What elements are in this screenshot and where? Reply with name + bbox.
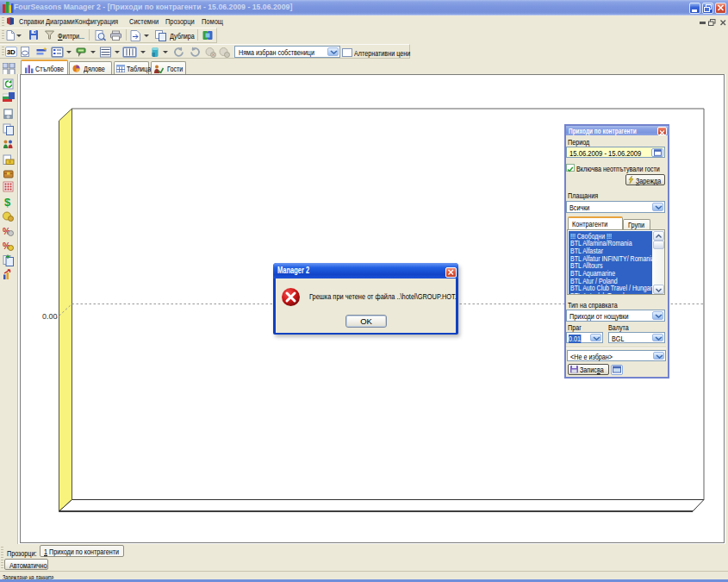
svg-text:0.00: 0.00 <box>42 312 58 321</box>
svg-text:$: $ <box>4 196 11 209</box>
